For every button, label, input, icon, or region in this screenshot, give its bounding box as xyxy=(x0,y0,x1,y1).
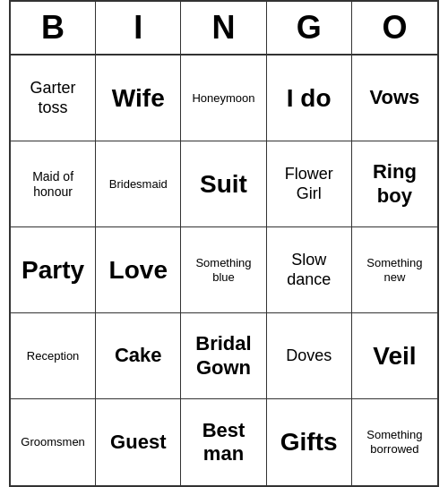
cell-text-10: Party xyxy=(22,255,84,286)
bingo-cell-7: Suit xyxy=(181,141,266,227)
bingo-cell-22: Best man xyxy=(181,399,266,485)
bingo-cell-17: Bridal Gown xyxy=(181,313,266,399)
cell-text-15: Reception xyxy=(27,349,80,363)
header-letter-G: G xyxy=(267,2,352,54)
cell-text-6: Bridesmaid xyxy=(109,177,168,192)
bingo-grid: Garter tossWifeHoneymoonI doVowsMaid of … xyxy=(11,56,437,485)
cell-text-5: Maid of honour xyxy=(16,169,90,200)
bingo-cell-20: Groomsmen xyxy=(11,399,96,485)
header-letter-I: I xyxy=(96,2,181,54)
cell-text-14: Something new xyxy=(358,256,432,284)
cell-text-22: Best man xyxy=(186,419,260,466)
cell-text-1: Wife xyxy=(112,83,165,114)
bingo-cell-18: Doves xyxy=(267,313,352,399)
bingo-cell-5: Maid of honour xyxy=(11,141,96,227)
bingo-cell-1: Wife xyxy=(96,56,181,141)
bingo-cell-11: Love xyxy=(96,227,181,313)
bingo-cell-24: Something borrowed xyxy=(352,399,437,485)
bingo-cell-21: Guest xyxy=(96,399,181,485)
cell-text-16: Cake xyxy=(115,344,162,367)
bingo-cell-4: Vows xyxy=(352,56,437,141)
cell-text-4: Vows xyxy=(369,86,419,109)
bingo-cell-10: Party xyxy=(11,227,96,313)
cell-text-23: Gifts xyxy=(280,427,338,457)
bingo-cell-6: Bridesmaid xyxy=(96,141,181,227)
cell-text-0: Garter toss xyxy=(16,79,90,117)
bingo-cell-0: Garter toss xyxy=(11,56,96,141)
cell-text-19: Veil xyxy=(373,341,416,372)
cell-text-12: Something blue xyxy=(186,256,260,284)
bingo-cell-13: Slow dance xyxy=(267,227,352,313)
bingo-cell-8: Flower Girl xyxy=(267,141,352,227)
cell-text-3: I do xyxy=(287,83,332,114)
bingo-cell-15: Reception xyxy=(11,313,96,399)
bingo-cell-19: Veil xyxy=(352,313,437,399)
bingo-header: BINGO xyxy=(11,2,437,56)
header-letter-B: B xyxy=(11,2,96,54)
header-letter-N: N xyxy=(181,2,266,54)
cell-text-24: Something borrowed xyxy=(358,428,432,456)
cell-text-17: Bridal Gown xyxy=(186,332,260,380)
cell-text-2: Honeymoon xyxy=(192,91,254,106)
bingo-cell-3: I do xyxy=(267,56,352,141)
cell-text-20: Groomsmen xyxy=(21,435,85,449)
bingo-cell-14: Something new xyxy=(352,227,437,313)
cell-text-13: Slow dance xyxy=(272,251,346,289)
bingo-card: BINGO Garter tossWifeHoneymoonI doVowsMa… xyxy=(9,0,439,487)
cell-text-9: Ring boy xyxy=(358,160,432,208)
cell-text-8: Flower Girl xyxy=(272,165,346,203)
bingo-cell-23: Gifts xyxy=(267,399,352,485)
bingo-cell-2: Honeymoon xyxy=(181,56,266,141)
bingo-cell-16: Cake xyxy=(96,313,181,399)
cell-text-21: Guest xyxy=(110,431,166,454)
cell-text-11: Love xyxy=(109,255,168,286)
header-letter-O: O xyxy=(352,2,437,54)
bingo-cell-12: Something blue xyxy=(181,227,266,313)
bingo-cell-9: Ring boy xyxy=(352,141,437,227)
cell-text-18: Doves xyxy=(286,346,332,366)
cell-text-7: Suit xyxy=(200,169,247,200)
